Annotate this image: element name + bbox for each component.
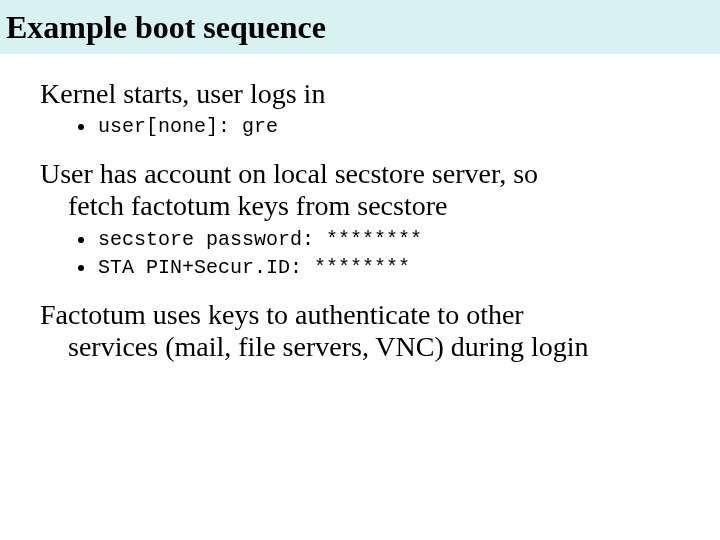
slide-title: Example boot sequence bbox=[6, 9, 326, 46]
title-band: Example boot sequence bbox=[0, 0, 720, 54]
code-line: secstore password: ******** bbox=[98, 227, 422, 253]
bullet-icon bbox=[78, 124, 84, 130]
slide-body: Kernel starts, user logs in user[none]: … bbox=[0, 54, 720, 363]
code-line: STA PIN+Secur.ID: ******** bbox=[98, 255, 410, 281]
code-line: user[none]: gre bbox=[98, 114, 278, 140]
bullet-text-line1: User has account on local secstore serve… bbox=[40, 158, 538, 189]
bullet-text-line2: fetch factotum keys from secstore bbox=[40, 190, 720, 222]
bullet-text-line2: services (mail, file servers, VNC) durin… bbox=[40, 331, 720, 363]
bullet-icon bbox=[78, 265, 84, 271]
bullet-level2: STA PIN+Secur.ID: ******** bbox=[78, 255, 720, 281]
bullet-level1: Kernel starts, user logs in bbox=[40, 78, 720, 110]
bullet-level1: User has account on local secstore serve… bbox=[40, 158, 720, 222]
bullet-level2: secstore password: ******** bbox=[78, 227, 720, 253]
bullet-text-line1: Factotum uses keys to authenticate to ot… bbox=[40, 299, 524, 330]
bullet-icon bbox=[78, 237, 84, 243]
bullet-level2: user[none]: gre bbox=[78, 114, 720, 140]
slide: Example boot sequence Kernel starts, use… bbox=[0, 0, 720, 540]
bullet-level1: Factotum uses keys to authenticate to ot… bbox=[40, 299, 720, 363]
